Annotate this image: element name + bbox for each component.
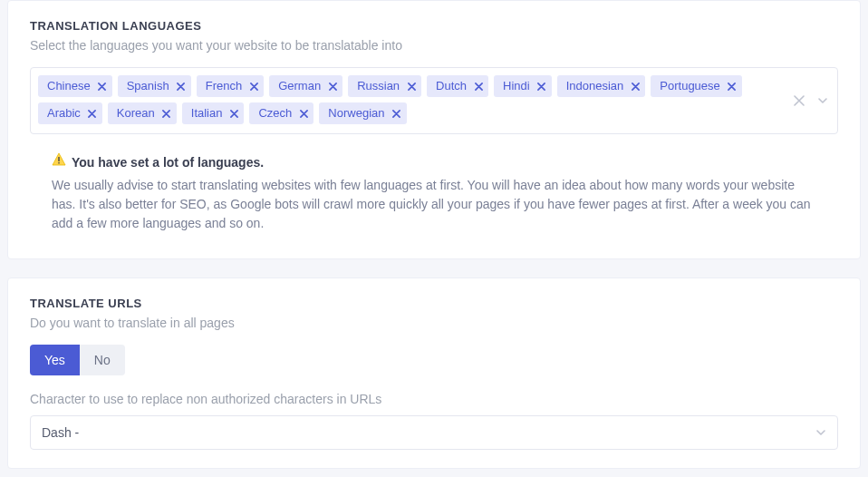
clear-all-icon[interactable] <box>794 95 805 106</box>
remove-language-icon[interactable] <box>728 82 737 91</box>
language-tag: French <box>197 75 264 97</box>
language-tag-label: Chinese <box>47 79 91 93</box>
language-tag-label: Norwegian <box>328 106 384 121</box>
language-tag-label: German <box>278 79 321 93</box>
language-tag: Czech <box>249 102 313 124</box>
translate-urls-no-button[interactable]: No <box>80 345 125 375</box>
url-char-select[interactable]: Dash - <box>30 415 838 450</box>
language-tag: Chinese <box>38 75 112 97</box>
remove-language-icon[interactable] <box>229 109 238 118</box>
remove-language-icon[interactable] <box>328 82 337 91</box>
language-tag-label: Hindi <box>503 79 530 93</box>
language-tag-label: Arabic <box>47 106 81 121</box>
chevron-down-icon[interactable] <box>817 95 828 106</box>
translate-urls-title: TRANSLATE URLS <box>30 297 838 310</box>
language-tag-label: Indonesian <box>566 79 624 93</box>
language-tag-label: Portuguese <box>660 79 720 93</box>
remove-language-icon[interactable] <box>407 82 416 91</box>
languages-warning-body: We usually advise to start translating w… <box>52 176 816 233</box>
translate-urls-toggle: Yes No <box>30 345 838 375</box>
language-tag-label: Czech <box>258 106 292 121</box>
language-tag-label: Korean <box>117 106 155 121</box>
chevron-down-icon <box>815 427 826 438</box>
language-tag: Dutch <box>427 75 488 97</box>
language-tag: Hindi <box>494 75 552 97</box>
translation-languages-title: TRANSLATION LANGUAGES <box>30 19 838 33</box>
language-tag: Spanish <box>118 75 191 97</box>
remove-language-icon[interactable] <box>98 82 107 91</box>
remove-language-icon[interactable] <box>299 109 308 118</box>
language-tag: Indonesian <box>557 75 646 97</box>
remove-language-icon[interactable] <box>177 82 186 91</box>
translation-languages-subtitle: Select the languages you want your websi… <box>30 38 838 53</box>
remove-language-icon[interactable] <box>537 82 546 91</box>
translate-urls-subtitle: Do you want to translate in all pages <box>30 316 838 330</box>
svg-rect-1 <box>58 162 59 163</box>
remove-language-icon[interactable] <box>392 109 401 118</box>
languages-warning-title: You have set a lot of languages. <box>72 153 264 172</box>
remove-language-icon[interactable] <box>474 82 483 91</box>
language-tag-label: Italian <box>191 106 223 121</box>
language-tag: Norwegian <box>319 102 406 124</box>
language-tag-label: Spanish <box>127 79 169 93</box>
url-char-label: Character to use to replace non authoriz… <box>30 392 838 406</box>
language-tag: Arabic <box>38 102 102 124</box>
language-tag-label: Dutch <box>436 79 467 93</box>
svg-rect-0 <box>58 157 59 161</box>
language-tag-label: Russian <box>357 79 400 93</box>
warning-icon <box>52 152 66 172</box>
remove-language-icon[interactable] <box>249 82 258 91</box>
remove-language-icon[interactable] <box>162 109 171 118</box>
translate-urls-card: TRANSLATE URLS Do you want to translate … <box>7 277 861 469</box>
translation-languages-card: TRANSLATION LANGUAGES Select the languag… <box>7 0 861 259</box>
language-tag: Portuguese <box>651 75 742 97</box>
translate-urls-yes-button[interactable]: Yes <box>30 345 80 375</box>
languages-multi-select[interactable]: ChineseSpanishFrenchGermanRussianDutchHi… <box>30 67 838 134</box>
url-char-selected-value: Dash - <box>42 425 79 440</box>
languages-warning: You have set a lot of languages. We usua… <box>30 134 838 240</box>
remove-language-icon[interactable] <box>631 82 640 91</box>
remove-language-icon[interactable] <box>88 109 97 118</box>
language-tag: German <box>269 75 342 97</box>
language-tag: Russian <box>348 75 421 97</box>
language-tag: Italian <box>182 102 245 124</box>
language-tag: Korean <box>108 102 177 124</box>
language-tag-label: French <box>206 79 242 93</box>
